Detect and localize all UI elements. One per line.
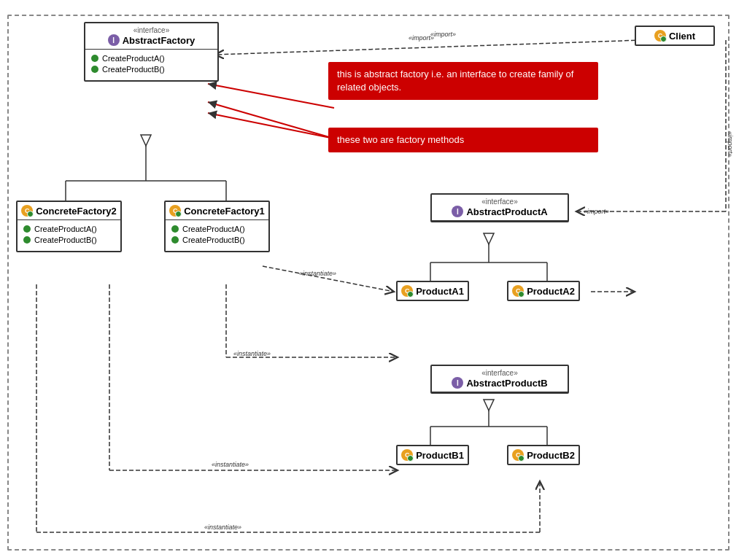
apa-name: I AbstractProductA xyxy=(436,206,563,217)
pa1-header: C ProductA1 xyxy=(398,282,468,300)
client-icon: C xyxy=(654,30,666,42)
abstract-factory-box: «interface» I AbstractFactory CreateProd… xyxy=(84,22,219,82)
pa2-icon: C xyxy=(512,285,524,297)
apb-icon: I xyxy=(452,377,463,389)
method-dot-2 xyxy=(91,66,98,73)
apa-header: «interface» I AbstractProductA xyxy=(432,195,568,221)
cf1-icon: C xyxy=(169,205,181,217)
apb-stereotype: «interface» xyxy=(436,369,563,377)
product-a2-box: C ProductA2 xyxy=(507,281,580,301)
abstract-factory-name: I AbstractFactory xyxy=(90,34,213,46)
apa-icon: I xyxy=(452,206,463,217)
concrete-factory2-box: C ConcreteFactory2 CreateProductA() Crea… xyxy=(16,201,122,252)
client-name: C Client xyxy=(640,30,709,42)
uml-diagram: «instantiate» «instantiate» «instantiate… xyxy=(0,0,747,560)
client-box: C Client xyxy=(635,26,715,46)
cf1-name: C ConcreteFactory1 xyxy=(170,205,264,217)
cf2-name: C ConcreteFactory2 xyxy=(22,205,116,217)
pb1-name: C ProductB1 xyxy=(402,449,463,461)
pb2-header: C ProductB2 xyxy=(508,446,578,464)
cf1-dot1 xyxy=(171,225,179,233)
factory-methods-callout: these two are factory methods xyxy=(328,128,598,152)
abstract-factory-icon: I xyxy=(108,34,120,46)
abstract-factory-body: CreateProductA() CreateProductB() xyxy=(85,50,217,80)
pa2-header: C ProductA2 xyxy=(508,282,578,300)
method-createProductA: CreateProductA() xyxy=(91,54,212,63)
cf1-body: CreateProductA() CreateProductB() xyxy=(166,220,268,251)
abstract-factory-header: «interface» I AbstractFactory xyxy=(85,23,217,50)
product-a1-box: C ProductA1 xyxy=(396,281,469,301)
client-header: C Client xyxy=(636,27,713,44)
pb1-header: C ProductB1 xyxy=(398,446,468,464)
abstract-product-a-box: «interface» I AbstractProductA xyxy=(430,193,569,222)
cf2-body: CreateProductA() CreateProductB() xyxy=(18,220,120,251)
cf1-method2: CreateProductB() xyxy=(171,236,263,244)
pb2-name: C ProductB2 xyxy=(513,449,574,461)
cf2-method2: CreateProductB() xyxy=(23,236,115,244)
abstract-factory-stereotype: «interface» xyxy=(90,26,213,34)
product-b2-box: C ProductB2 xyxy=(507,445,580,465)
cf1-dot2 xyxy=(171,236,179,244)
pa2-name: C ProductA2 xyxy=(513,285,574,297)
cf2-icon: C xyxy=(21,205,33,217)
cf2-method1: CreateProductA() xyxy=(23,225,115,233)
import-label-top: «import» xyxy=(430,31,456,38)
cf1-method1: CreateProductA() xyxy=(171,225,263,233)
pb2-icon: C xyxy=(512,449,524,461)
concrete-factory1-box: C ConcreteFactory1 CreateProductA() Crea… xyxy=(164,201,270,252)
cf1-header: C ConcreteFactory1 xyxy=(166,202,268,220)
abstract-factory-callout: this is abstract factory i.e. an interfa… xyxy=(328,62,598,100)
cf2-dot2 xyxy=(23,236,31,244)
cf2-header: C ConcreteFactory2 xyxy=(18,202,120,220)
apb-header: «interface» I AbstractProductB xyxy=(432,366,568,392)
import-label-right: «import» xyxy=(584,208,609,215)
pa1-name: C ProductA1 xyxy=(402,285,463,297)
pa1-icon: C xyxy=(401,285,413,297)
apb-name: I AbstractProductB xyxy=(436,377,563,389)
method-dot-1 xyxy=(91,55,98,62)
pb1-icon: C xyxy=(401,449,413,461)
apa-stereotype: «interface» xyxy=(436,198,563,206)
method-createProductB: CreateProductB() xyxy=(91,65,212,74)
product-b1-box: C ProductB1 xyxy=(396,445,469,465)
cf2-dot1 xyxy=(23,225,31,233)
abstract-product-b-box: «interface» I AbstractProductB xyxy=(430,365,569,394)
